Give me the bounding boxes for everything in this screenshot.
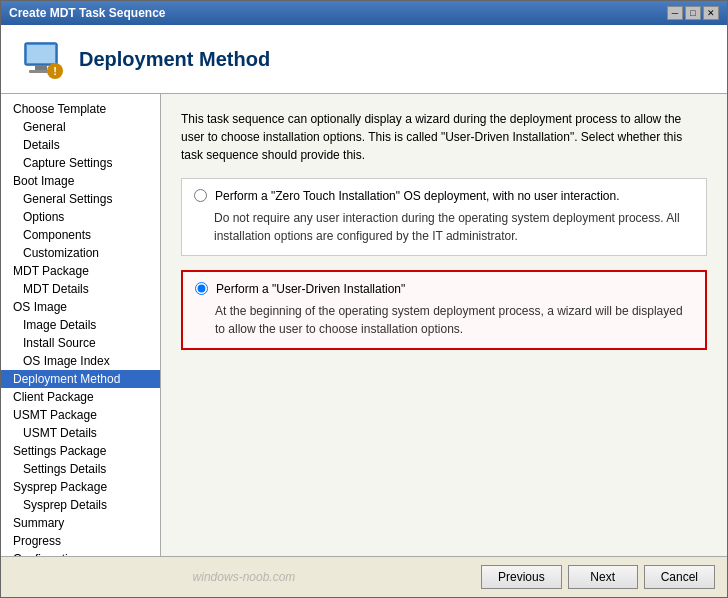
title-bar: Create MDT Task Sequence ─ □ ✕ <box>1 1 727 25</box>
user-driven-option-box: Perform a "User-Driven Installation" At … <box>181 270 707 350</box>
sidebar-item-image-details[interactable]: Image Details <box>1 316 160 334</box>
main-window: Create MDT Task Sequence ─ □ ✕ ! Deplo <box>0 0 728 598</box>
sidebar-item-mdt-details[interactable]: MDT Details <box>1 280 160 298</box>
svg-text:!: ! <box>53 65 57 77</box>
window-body: ! Deployment Method Choose Template Gene… <box>1 25 727 597</box>
minimize-button[interactable]: ─ <box>667 6 683 20</box>
sidebar-item-customization[interactable]: Customization <box>1 244 160 262</box>
sidebar-item-usmt-package[interactable]: USMT Package <box>1 406 160 424</box>
zero-touch-option-box: Perform a "Zero Touch Installation" OS d… <box>181 178 707 256</box>
sidebar-item-general[interactable]: General <box>1 118 160 136</box>
sidebar-item-capture-settings[interactable]: Capture Settings <box>1 154 160 172</box>
user-driven-desc: At the beginning of the operating system… <box>215 302 693 338</box>
next-button[interactable]: Next <box>568 565 638 589</box>
svg-rect-1 <box>27 45 55 63</box>
sidebar-item-components[interactable]: Components <box>1 226 160 244</box>
maximize-button[interactable]: □ <box>685 6 701 20</box>
page-title: Deployment Method <box>79 48 270 71</box>
content-area: Choose Template General Details Capture … <box>1 94 727 556</box>
sidebar-item-general-settings[interactable]: General Settings <box>1 190 160 208</box>
window-title: Create MDT Task Sequence <box>9 6 166 20</box>
user-driven-option-row: Perform a "User-Driven Installation" <box>195 282 693 296</box>
cancel-button[interactable]: Cancel <box>644 565 715 589</box>
user-driven-radio[interactable] <box>195 282 208 295</box>
sidebar-item-sysprep-details[interactable]: Sysprep Details <box>1 496 160 514</box>
zero-touch-radio[interactable] <box>194 189 207 202</box>
sidebar-item-boot-image[interactable]: Boot Image <box>1 172 160 190</box>
sidebar-item-progress[interactable]: Progress <box>1 532 160 550</box>
sidebar-item-choose-template[interactable]: Choose Template <box>1 100 160 118</box>
sidebar-item-settings-package[interactable]: Settings Package <box>1 442 160 460</box>
sidebar-item-deployment-method[interactable]: Deployment Method <box>1 370 160 388</box>
sidebar-item-client-package[interactable]: Client Package <box>1 388 160 406</box>
watermark: windows-noob.com <box>193 570 296 584</box>
zero-touch-label[interactable]: Perform a "Zero Touch Installation" OS d… <box>215 189 620 203</box>
previous-button[interactable]: Previous <box>481 565 562 589</box>
sidebar-item-details[interactable]: Details <box>1 136 160 154</box>
title-bar-left: Create MDT Task Sequence <box>9 6 166 20</box>
svg-rect-2 <box>35 65 47 70</box>
description-text: This task sequence can optionally displa… <box>181 110 707 164</box>
close-button[interactable]: ✕ <box>703 6 719 20</box>
title-bar-controls: ─ □ ✕ <box>667 6 719 20</box>
sidebar-item-sysprep-package[interactable]: Sysprep Package <box>1 478 160 496</box>
sidebar-item-settings-details[interactable]: Settings Details <box>1 460 160 478</box>
zero-touch-desc: Do not require any user interaction duri… <box>214 209 694 245</box>
sidebar-item-os-image[interactable]: OS Image <box>1 298 160 316</box>
header-area: ! Deployment Method <box>1 25 727 94</box>
sidebar-item-options[interactable]: Options <box>1 208 160 226</box>
sidebar-item-mdt-package[interactable]: MDT Package <box>1 262 160 280</box>
zero-touch-option-row: Perform a "Zero Touch Installation" OS d… <box>194 189 694 203</box>
footer-area: windows-noob.com Previous Next Cancel <box>1 556 727 597</box>
wizard-icon: ! <box>17 35 65 83</box>
main-panel: This task sequence can optionally displa… <box>161 94 727 556</box>
sidebar-item-install-source[interactable]: Install Source <box>1 334 160 352</box>
user-driven-label[interactable]: Perform a "User-Driven Installation" <box>216 282 405 296</box>
sidebar: Choose Template General Details Capture … <box>1 94 161 556</box>
sidebar-item-summary[interactable]: Summary <box>1 514 160 532</box>
sidebar-item-os-image-index[interactable]: OS Image Index <box>1 352 160 370</box>
sidebar-item-usmt-details[interactable]: USMT Details <box>1 424 160 442</box>
